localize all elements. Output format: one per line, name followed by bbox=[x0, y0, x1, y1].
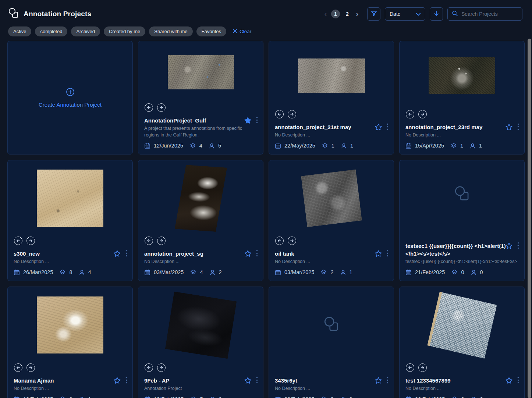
favorite-star-button[interactable] bbox=[504, 241, 514, 252]
filter-chip-favorites[interactable]: Favorites bbox=[196, 26, 226, 36]
favorite-star-button[interactable] bbox=[504, 122, 514, 133]
project-thumbnail[interactable] bbox=[301, 170, 362, 227]
layers-icon bbox=[320, 396, 327, 398]
project-card[interactable]: AnnotationProject_Gulf A project that pr… bbox=[138, 41, 263, 154]
card-actions bbox=[243, 116, 259, 126]
project-card[interactable]: s300_new No Description ... 26/Mar/2025 bbox=[7, 160, 133, 281]
layers-icon bbox=[451, 269, 458, 276]
carousel-prev-button[interactable] bbox=[145, 363, 153, 372]
project-date-item: 03/Mar/2025 bbox=[144, 269, 184, 276]
user-icon bbox=[209, 269, 216, 276]
kebab-menu-button[interactable] bbox=[517, 376, 520, 385]
project-title: annotation_project_sg bbox=[144, 250, 257, 257]
favorite-star-button[interactable] bbox=[374, 249, 383, 259]
project-thumbnail[interactable] bbox=[168, 55, 234, 89]
carousel-prev-button[interactable] bbox=[145, 103, 153, 112]
favorite-star-button[interactable] bbox=[374, 122, 383, 133]
pagination-prev-button[interactable]: ‹ bbox=[323, 10, 328, 18]
date-sort-select[interactable]: Date bbox=[385, 7, 425, 21]
arrow-left-icon bbox=[16, 239, 20, 243]
kebab-menu-button[interactable] bbox=[255, 116, 259, 125]
pagination-page-2[interactable]: 2 bbox=[343, 10, 352, 18]
carousel-next-button[interactable] bbox=[418, 110, 427, 118]
project-info: AnnotationProject_Gulf A project that pr… bbox=[138, 116, 263, 154]
project-card[interactable]: Manama Ajman No Description ... 18/Feb/2… bbox=[7, 287, 133, 398]
project-thumbnail[interactable] bbox=[37, 296, 103, 353]
kebab-menu-icon bbox=[125, 377, 127, 384]
carousel-next-button[interactable] bbox=[288, 237, 296, 245]
project-card[interactable]: oil tank No Description ... 03/Mar/2025 bbox=[269, 160, 394, 281]
pagination-next-button[interactable]: › bbox=[355, 10, 360, 18]
create-annotation-project-card[interactable]: Create Annotation Project bbox=[7, 41, 133, 154]
project-thumbnail[interactable] bbox=[429, 57, 495, 94]
carousel-prev-button[interactable] bbox=[14, 237, 22, 245]
kebab-menu-button[interactable] bbox=[386, 122, 389, 132]
kebab-menu-button[interactable] bbox=[125, 376, 128, 385]
carousel-next-button[interactable] bbox=[26, 363, 35, 372]
search-input[interactable] bbox=[461, 11, 518, 17]
favorite-star-button[interactable] bbox=[243, 249, 252, 259]
star-icon bbox=[244, 250, 252, 257]
carousel-prev-button[interactable] bbox=[145, 237, 153, 245]
kebab-menu-button[interactable] bbox=[386, 376, 389, 385]
carousel-next-button[interactable] bbox=[157, 103, 166, 112]
project-card[interactable]: 3435r6yt No Description ... 06/Feb/2025 bbox=[269, 287, 394, 398]
carousel-prev-button[interactable] bbox=[406, 363, 414, 372]
filter-chip-created-by-me[interactable]: Created by me bbox=[104, 26, 145, 36]
pagination-page-1[interactable]: 1 bbox=[331, 10, 340, 18]
carousel-next-button[interactable] bbox=[418, 363, 427, 372]
scrollbar-thumb[interactable] bbox=[528, 39, 531, 398]
project-meta: 03/Mar/2025 4 2 bbox=[144, 269, 257, 276]
kebab-menu-button[interactable] bbox=[255, 249, 259, 259]
favorite-star-button[interactable] bbox=[374, 376, 383, 386]
project-thumbnail[interactable] bbox=[165, 291, 237, 359]
filter-chip-active[interactable]: Active bbox=[8, 26, 31, 36]
project-media bbox=[8, 160, 132, 237]
carousel-prev-button[interactable] bbox=[275, 237, 284, 245]
project-meta: 21/Feb/2025 0 0 bbox=[405, 269, 518, 276]
project-info: annotation_project_sg No Description ...… bbox=[138, 249, 263, 281]
favorite-star-button[interactable] bbox=[243, 376, 252, 386]
carousel-next-button[interactable] bbox=[157, 237, 166, 245]
kebab-menu-button[interactable] bbox=[255, 376, 259, 385]
project-media bbox=[400, 160, 524, 229]
project-thumbnail[interactable] bbox=[174, 165, 227, 232]
carousel-prev-button[interactable] bbox=[406, 110, 414, 118]
project-thumbnail[interactable] bbox=[427, 292, 497, 359]
favorite-star-button[interactable] bbox=[504, 376, 514, 386]
kebab-menu-button[interactable] bbox=[517, 122, 520, 132]
calendar-icon bbox=[144, 143, 150, 149]
kebab-menu-button[interactable] bbox=[517, 241, 520, 251]
project-thumbnail[interactable] bbox=[37, 170, 103, 227]
filter-button[interactable] bbox=[367, 7, 380, 21]
kebab-menu-button[interactable] bbox=[386, 249, 389, 259]
carousel-prev-button[interactable] bbox=[275, 110, 284, 118]
carousel-next-button[interactable] bbox=[26, 237, 35, 245]
filter-chip-shared-with-me[interactable]: Shared with me bbox=[149, 26, 192, 36]
project-card[interactable]: testsec1 {{user}}{{count}} <h1>alert(1)<… bbox=[399, 160, 525, 281]
project-card[interactable]: annotation_project_23rd may No Descripti… bbox=[399, 41, 525, 154]
card-actions bbox=[243, 376, 259, 386]
project-card[interactable]: test 12334567899 No Description ... 06/F… bbox=[399, 287, 525, 398]
filter-chip-archived[interactable]: Archived bbox=[71, 26, 100, 36]
carousel-next-button[interactable] bbox=[288, 110, 296, 118]
filter-chip-completed[interactable]: completed bbox=[35, 26, 67, 36]
card-actions bbox=[504, 376, 520, 386]
project-card[interactable]: annotation_project_sg No Description ...… bbox=[138, 160, 263, 281]
project-layers-item: 8 bbox=[59, 269, 72, 276]
favorite-star-button[interactable] bbox=[113, 249, 122, 259]
carousel-prev-button[interactable] bbox=[14, 363, 22, 372]
project-info: oil tank No Description ... 03/Mar/2025 bbox=[269, 249, 394, 281]
project-card[interactable]: annotation_project_21st may No Descripti… bbox=[269, 41, 394, 154]
arrow-left-icon bbox=[277, 112, 281, 116]
clear-filters-button[interactable]: Clear bbox=[233, 29, 251, 34]
carousel-next-button[interactable] bbox=[157, 363, 166, 372]
project-thumbnail[interactable] bbox=[298, 58, 365, 93]
download-button[interactable] bbox=[430, 7, 443, 21]
favorite-star-button[interactable] bbox=[243, 116, 252, 126]
project-members-count: 4 bbox=[88, 269, 91, 275]
kebab-menu-button[interactable] bbox=[125, 249, 128, 259]
project-card[interactable]: 9Feb - AP Annotation Project 10/Feb/2025 bbox=[138, 287, 263, 398]
favorite-star-button[interactable] bbox=[113, 376, 122, 386]
arrow-right-icon bbox=[421, 366, 425, 370]
